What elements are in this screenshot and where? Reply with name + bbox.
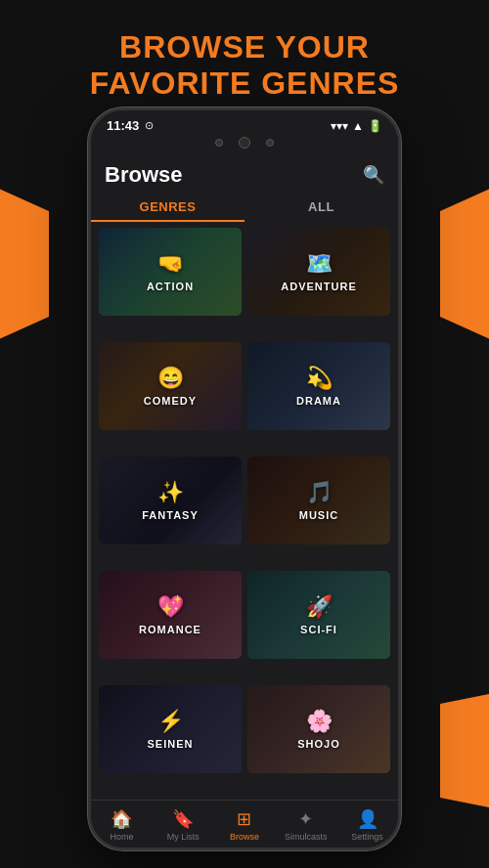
nav-icon-simulcasts: ✦ <box>298 808 313 830</box>
bottom-nav: 🏠 Home 🔖 My Lists ⊞ Browse ✦ Simulcasts … <box>91 800 398 847</box>
genre-icon-drama: 💫 <box>306 366 333 391</box>
genre-label-drama: DRAMA <box>296 395 341 407</box>
genre-icon-romance: 💖 <box>157 594 184 620</box>
genre-content: ✨ FANTASY <box>99 456 242 544</box>
genre-icon-music: 🎵 <box>306 480 333 505</box>
genre-content: 🌸 SHOJO <box>247 685 390 773</box>
genre-label-seinen: SEINEN <box>148 738 194 750</box>
genre-icon-fantasy: ✨ <box>157 480 184 505</box>
wifi-icon: ▾▾▾ <box>331 119 348 133</box>
nav-label-browse: Browse <box>230 832 259 842</box>
genre-card-romance[interactable]: 💖 ROMANCE <box>99 571 242 659</box>
camera-dot-right <box>266 139 274 147</box>
status-bar: 11:43 ⊙ ▾▾▾ ▲ 🔋 <box>91 110 398 137</box>
nav-label-settings: Settings <box>351 832 383 842</box>
genre-label-sci-fi: SCI-FI <box>300 624 337 635</box>
genre-label-shojo: SHOJO <box>297 738 340 750</box>
genre-label-music: MUSIC <box>299 509 338 521</box>
nav-item-simulcasts[interactable]: ✦ Simulcasts <box>275 808 336 842</box>
tab-all[interactable]: ALL <box>244 192 398 222</box>
genre-content: 🎵 MUSIC <box>247 456 390 544</box>
camera-row <box>91 137 398 154</box>
genre-content: 💫 DRAMA <box>247 342 390 430</box>
phone-frame: 11:43 ⊙ ▾▾▾ ▲ 🔋 Browse 🔍 <box>88 108 401 850</box>
camera-dot-left <box>215 139 223 147</box>
genre-content: ⚡ SEINEN <box>99 685 242 773</box>
genre-content: 💖 ROMANCE <box>99 571 242 659</box>
genre-card-fantasy[interactable]: ✨ FANTASY <box>99 456 242 544</box>
genre-icon-shojo: 🌸 <box>306 709 333 734</box>
genre-label-comedy: COMEDY <box>144 395 197 407</box>
battery-icon: 🔋 <box>368 119 382 133</box>
genre-card-music[interactable]: 🎵 MUSIC <box>247 456 390 544</box>
genre-content: 😄 COMEDY <box>99 342 242 430</box>
nav-item-my-lists[interactable]: 🔖 My Lists <box>153 808 214 842</box>
page-header: BROWSE YOURFAVORITE GENRES <box>0 20 489 111</box>
camera-main <box>239 137 250 149</box>
app-screen: Browse 🔍 GENRES ALL 🤜 ACTION 🗺️ <box>91 154 398 800</box>
genre-card-shojo[interactable]: 🌸 SHOJO <box>247 685 390 773</box>
browse-title: Browse <box>105 162 182 188</box>
sync-icon: ⊙ <box>145 119 154 132</box>
genre-card-action[interactable]: 🤜 ACTION <box>99 228 242 316</box>
nav-item-settings[interactable]: 👤 Settings <box>336 808 398 842</box>
tab-genres[interactable]: GENRES <box>91 192 244 222</box>
signal-icon: ▲ <box>352 119 364 133</box>
nav-item-browse[interactable]: ⊞ Browse <box>214 808 276 842</box>
genre-icon-action: 🤜 <box>157 251 184 277</box>
search-button[interactable]: 🔍 <box>363 164 384 186</box>
genre-card-drama[interactable]: 💫 DRAMA <box>247 342 390 430</box>
nav-label-home: Home <box>110 832 133 842</box>
genre-label-fantasy: FANTASY <box>142 509 199 521</box>
nav-item-home[interactable]: 🏠 Home <box>91 808 153 842</box>
genre-card-adventure[interactable]: 🗺️ ADVENTURE <box>247 228 390 316</box>
genre-icon-adventure: 🗺️ <box>306 251 333 277</box>
deco-shape-right-bottom <box>440 692 489 809</box>
browse-header: Browse 🔍 <box>91 154 398 188</box>
page-background: BROWSE YOURFAVORITE GENRES 11:43 ⊙ ▾▾▾ ▲… <box>0 0 489 868</box>
deco-shape-left <box>0 176 49 352</box>
genre-content: 🚀 SCI-FI <box>247 571 390 659</box>
nav-icon-settings: 👤 <box>357 808 378 830</box>
genre-label-action: ACTION <box>147 281 194 292</box>
nav-label-simulcasts: Simulcasts <box>285 832 328 842</box>
genre-grid: 🤜 ACTION 🗺️ ADVENTURE 😄 COMEDY 💫 DRAMA ✨… <box>91 222 398 800</box>
genre-label-adventure: ADVENTURE <box>281 281 356 292</box>
genre-content: 🤜 ACTION <box>99 228 242 316</box>
genre-card-comedy[interactable]: 😄 COMEDY <box>99 342 242 430</box>
tabs-row: GENRES ALL <box>91 192 398 222</box>
genre-label-romance: ROMANCE <box>139 624 201 635</box>
genre-card-seinen[interactable]: ⚡ SEINEN <box>99 685 242 773</box>
genre-icon-sci-fi: 🚀 <box>306 594 333 620</box>
genre-content: 🗺️ ADVENTURE <box>247 228 390 316</box>
genre-card-sci-fi[interactable]: 🚀 SCI-FI <box>247 571 390 659</box>
deco-shape-right <box>440 176 489 352</box>
status-left: 11:43 ⊙ <box>107 118 154 133</box>
nav-icon-my lists: 🔖 <box>172 808 194 830</box>
time-display: 11:43 <box>107 118 139 133</box>
genre-icon-seinen: ⚡ <box>157 709 184 734</box>
nav-label-my lists: My Lists <box>167 832 200 842</box>
header-title: BROWSE YOURFAVORITE GENRES <box>39 29 450 102</box>
status-right: ▾▾▾ ▲ 🔋 <box>331 119 382 133</box>
nav-icon-home: 🏠 <box>111 808 132 830</box>
nav-icon-browse: ⊞ <box>237 808 251 830</box>
genre-icon-comedy: 😄 <box>157 366 184 391</box>
